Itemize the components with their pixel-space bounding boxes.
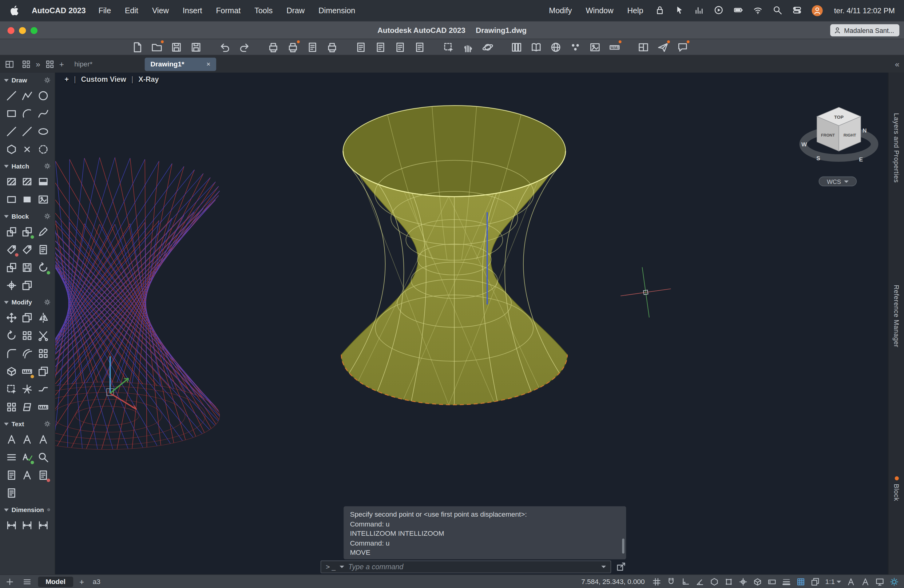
snap-icon[interactable] — [667, 577, 676, 586]
orbit-icon[interactable] — [482, 41, 494, 53]
tab-overflow-chevrons[interactable]: » — [36, 59, 40, 69]
layout-tab-a3[interactable]: a3 — [90, 577, 103, 586]
path-array-icon[interactable] — [6, 401, 17, 413]
menu-draw[interactable]: Draw — [286, 6, 305, 15]
annotation-visibility-icon[interactable] — [847, 577, 856, 586]
activity-icon[interactable] — [694, 5, 704, 15]
define-attribute-icon[interactable] — [22, 243, 33, 255]
app-name[interactable]: AutoCAD 2023 — [32, 6, 86, 15]
tab-drawing1[interactable]: Drawing1* × — [145, 57, 217, 71]
menubar-clock[interactable]: ter. 4/11 12:02 PM — [834, 6, 895, 15]
graphics-performance-icon[interactable] — [875, 577, 884, 586]
edit-attributes-icon[interactable] — [6, 243, 17, 255]
palette-section-text[interactable]: Text — [0, 418, 55, 428]
palette-section-hatch[interactable]: Hatch — [0, 160, 55, 171]
search-icon[interactable] — [773, 5, 782, 15]
construction-line-icon[interactable] — [6, 125, 17, 137]
gear-icon[interactable] — [44, 163, 51, 170]
pan-icon[interactable] — [463, 41, 474, 53]
export-pdf-icon[interactable] — [38, 469, 49, 481]
save-icon[interactable] — [171, 41, 182, 53]
erase-icon[interactable] — [22, 401, 33, 413]
annotation-scale-control[interactable]: 1:1 — [825, 577, 841, 586]
move-icon[interactable] — [6, 311, 17, 323]
render-icon[interactable] — [589, 41, 601, 53]
dim-aligned-icon[interactable] — [22, 519, 33, 531]
selection-cycling-icon[interactable] — [811, 577, 820, 586]
rect-array-icon[interactable] — [22, 330, 33, 341]
align-icon[interactable] — [38, 401, 49, 413]
start-tab-icon[interactable] — [45, 59, 55, 69]
viewport-menu-button[interactable]: + — [65, 76, 69, 84]
undo-icon[interactable] — [219, 41, 231, 53]
box-3d-icon[interactable] — [6, 365, 17, 377]
gear-icon[interactable] — [44, 213, 51, 220]
tab-hiper[interactable]: hiper* — [69, 57, 140, 71]
circle-icon[interactable] — [38, 90, 49, 101]
find-text-icon[interactable] — [38, 451, 49, 463]
export-pdf-icon[interactable] — [375, 41, 387, 53]
redo-icon[interactable] — [239, 41, 250, 53]
minimize-window-button[interactable] — [19, 27, 26, 34]
dynamic-ucs-icon[interactable] — [753, 577, 762, 586]
gradient-icon[interactable] — [38, 175, 49, 187]
spell-check-icon[interactable] — [22, 451, 33, 463]
write-block-icon[interactable] — [22, 261, 33, 273]
wcs-dropdown[interactable]: WCS — [819, 177, 857, 187]
visual-style-control[interactable]: X-Ray — [138, 76, 159, 84]
gear-icon[interactable] — [47, 506, 51, 513]
new-drawing-button[interactable]: + — [59, 59, 64, 69]
transparency-icon[interactable] — [797, 577, 806, 586]
menu-tools[interactable]: Tools — [254, 6, 273, 15]
isodraft-icon[interactable] — [710, 577, 719, 586]
new-file-icon[interactable] — [131, 41, 143, 53]
view-name-control[interactable]: Custom View — [81, 76, 126, 84]
palette-section-block[interactable]: Block — [0, 210, 55, 221]
rectangle-icon[interactable] — [6, 107, 17, 119]
layout-grid-icon[interactable] — [21, 59, 31, 69]
join-icon[interactable] — [38, 383, 49, 395]
palette-section-modify[interactable]: Modify — [0, 296, 55, 307]
command-scrollbar[interactable] — [622, 539, 624, 553]
import-pdf-icon[interactable] — [6, 487, 17, 498]
apple-icon[interactable] — [9, 5, 19, 16]
polygon-icon[interactable] — [6, 143, 17, 155]
line-icon[interactable] — [6, 90, 17, 101]
gear-icon[interactable] — [44, 299, 51, 306]
screen-play-icon[interactable] — [714, 5, 724, 15]
trim-icon[interactable] — [38, 330, 49, 341]
command-window-icon[interactable] — [616, 561, 626, 572]
menu-modify[interactable]: Modify — [549, 6, 572, 15]
mirror-icon[interactable] — [38, 311, 49, 323]
save-as-icon[interactable] — [190, 41, 202, 53]
revision-cloud-icon[interactable] — [38, 143, 49, 155]
text-style-icon[interactable] — [38, 433, 49, 445]
justify-text-icon[interactable] — [6, 451, 17, 463]
menu-window[interactable]: Window — [586, 6, 613, 15]
hatch-edit-icon[interactable] — [22, 175, 33, 187]
user-avatar[interactable] — [811, 5, 822, 16]
lock-icon[interactable] — [654, 5, 664, 15]
sync-attributes-icon[interactable] — [38, 261, 49, 273]
single-line-text-icon[interactable] — [6, 433, 17, 445]
create-block-icon[interactable] — [22, 226, 33, 237]
palette-section-draw[interactable]: Draw — [0, 74, 55, 85]
dim-linear-icon[interactable] — [6, 519, 17, 531]
polar-array-icon[interactable] — [38, 348, 49, 359]
insert-block-icon[interactable] — [6, 226, 17, 237]
command-history-panel[interactable]: Specify second point or <use first point… — [344, 506, 626, 560]
open-icon[interactable] — [151, 41, 163, 53]
menu-help[interactable]: Help — [627, 6, 643, 15]
stretch-icon[interactable] — [6, 383, 17, 395]
otrack-icon[interactable] — [738, 577, 748, 586]
close-tab-icon[interactable]: × — [206, 60, 210, 68]
point-icon[interactable] — [22, 143, 33, 155]
model-tab[interactable]: Model — [38, 576, 73, 587]
plot-preview-icon[interactable] — [307, 41, 319, 53]
import-block-icon[interactable] — [6, 261, 17, 273]
layout-list-icon[interactable] — [22, 577, 32, 586]
polar-icon[interactable] — [695, 577, 705, 586]
rotate-icon[interactable] — [6, 330, 17, 341]
panel-tab-reference-manager[interactable]: Reference Manager — [893, 285, 900, 347]
manage-attributes-icon[interactable] — [38, 243, 49, 255]
